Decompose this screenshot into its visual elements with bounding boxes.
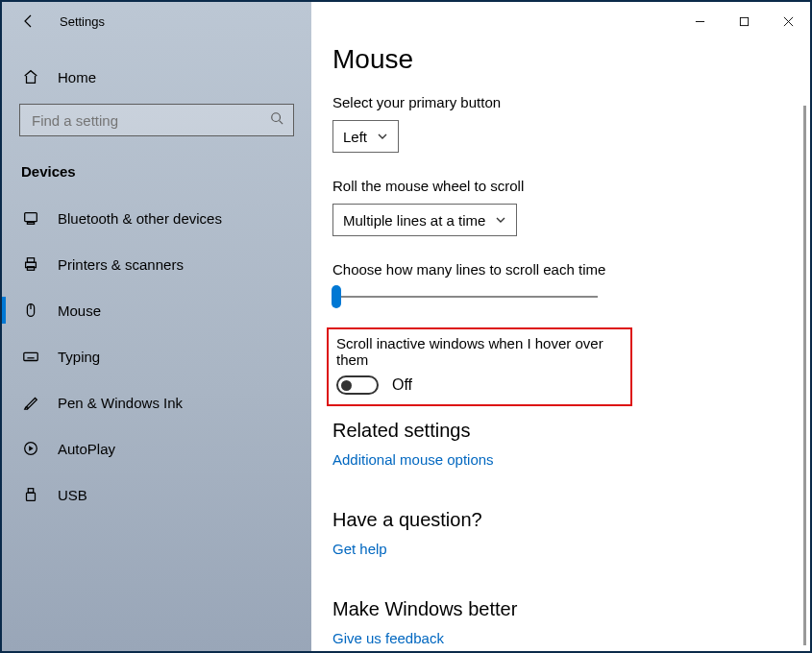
titlebar-left: Settings — [2, 2, 105, 40]
sidebar-item-typing[interactable]: Typing — [2, 333, 311, 379]
slider-track — [332, 296, 598, 298]
home-nav[interactable]: Home — [2, 56, 311, 98]
toggle-knob — [341, 380, 352, 391]
scroll-wheel-label: Roll the mouse wheel to scroll — [332, 178, 810, 194]
inactive-windows-toggle[interactable] — [336, 375, 379, 395]
search-input[interactable] — [30, 111, 270, 130]
inactive-windows-toggle-row: Off — [336, 375, 623, 395]
printer-icon — [21, 254, 40, 274]
svg-rect-3 — [27, 223, 34, 225]
lines-slider[interactable] — [332, 287, 598, 306]
highlight-annotation: Scroll inactive windows when I hover ove… — [327, 327, 632, 406]
search-icon — [270, 111, 283, 129]
svg-rect-5 — [27, 258, 34, 263]
window-controls — [677, 2, 810, 40]
svg-rect-6 — [27, 267, 34, 271]
svg-rect-9 — [24, 352, 37, 360]
lines-to-scroll-label: Choose how many lines to scroll each tim… — [332, 261, 810, 278]
sidebar: Home Devices Bluetooth & other devices P… — [2, 2, 311, 651]
svg-rect-17 — [27, 493, 36, 500]
sidebar-item-pen[interactable]: Pen & Windows Ink — [2, 379, 311, 425]
sidebar-item-label: AutoPlay — [58, 441, 115, 457]
svg-rect-16 — [28, 489, 33, 494]
back-button[interactable] — [19, 12, 38, 31]
inactive-windows-value: Off — [392, 376, 412, 394]
titlebar: Settings — [2, 2, 810, 40]
svg-rect-0 — [740, 17, 748, 25]
maximize-button[interactable] — [722, 2, 766, 40]
keyboard-icon — [21, 347, 40, 366]
svg-point-1 — [272, 113, 281, 122]
scroll-wheel-select[interactable]: Multiple lines at a time — [332, 204, 517, 236]
layout: Home Devices Bluetooth & other devices P… — [2, 2, 810, 651]
page-title: Mouse — [332, 44, 810, 75]
sidebar-item-bluetooth[interactable]: Bluetooth & other devices — [2, 195, 311, 241]
slider-thumb[interactable] — [332, 285, 341, 308]
pen-icon — [21, 393, 40, 412]
give-feedback-link[interactable]: Give us feedback — [332, 630, 444, 646]
scrollbar[interactable] — [803, 106, 806, 645]
sidebar-item-usb[interactable]: USB — [2, 472, 311, 518]
sidebar-category: Devices — [2, 154, 311, 195]
search-box[interactable] — [19, 104, 294, 136]
sidebar-item-label: Printers & scanners — [58, 256, 184, 273]
improve-heading: Make Windows better — [332, 598, 810, 620]
chevron-down-icon — [495, 214, 506, 226]
usb-icon — [21, 485, 40, 504]
sidebar-item-label: Typing — [58, 349, 100, 365]
primary-button-value: Left — [343, 129, 367, 145]
minimize-button[interactable] — [677, 2, 722, 40]
question-heading: Have a question? — [332, 509, 810, 531]
main-content: Mouse Select your primary button Left Ro… — [311, 2, 810, 651]
home-icon — [21, 67, 40, 86]
sidebar-item-label: USB — [58, 487, 87, 503]
mouse-icon — [21, 301, 40, 320]
chevron-down-icon — [377, 131, 388, 142]
sidebar-item-label: Pen & Windows Ink — [58, 395, 183, 411]
close-button[interactable] — [766, 2, 810, 40]
primary-button-label: Select your primary button — [332, 94, 810, 110]
sidebar-item-mouse[interactable]: Mouse — [2, 287, 311, 333]
home-label: Home — [58, 69, 96, 85]
get-help-link[interactable]: Get help — [332, 541, 387, 557]
related-settings-heading: Related settings — [332, 420, 810, 442]
window-title: Settings — [60, 14, 105, 29]
devices-icon — [21, 208, 40, 228]
inactive-windows-label: Scroll inactive windows when I hover ove… — [336, 335, 623, 368]
autoplay-icon — [21, 439, 40, 458]
primary-button-select[interactable]: Left — [332, 120, 399, 153]
nav-list: Bluetooth & other devices Printers & sca… — [2, 195, 311, 518]
sidebar-item-printers[interactable]: Printers & scanners — [2, 241, 311, 287]
sidebar-item-label: Bluetooth & other devices — [58, 210, 222, 227]
search-wrap — [19, 104, 294, 136]
sidebar-item-autoplay[interactable]: AutoPlay — [2, 425, 311, 472]
svg-rect-2 — [25, 213, 37, 222]
sidebar-item-label: Mouse — [58, 302, 101, 319]
additional-mouse-options-link[interactable]: Additional mouse options — [332, 451, 494, 468]
scroll-wheel-value: Multiple lines at a time — [343, 212, 485, 229]
